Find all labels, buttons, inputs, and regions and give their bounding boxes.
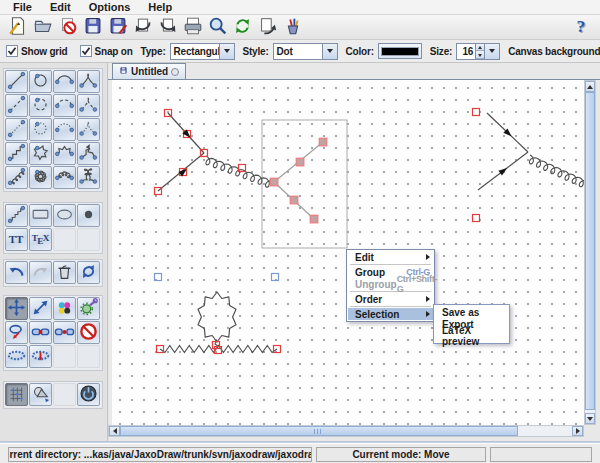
tool-latex-text-button[interactable]: TEX [29,228,52,251]
tool-refresh-canvas-button[interactable] [77,261,100,284]
chevron-down-icon[interactable] [219,44,234,59]
tool-forbid-button[interactable] [77,321,100,344]
tool-fermion-bezier-button[interactable] [77,70,100,93]
submenu-item-latex-preview[interactable]: LaTeX preview [435,330,508,342]
snap-on-checkbox[interactable]: Snap on [80,45,133,57]
tool-wiggly-line-button[interactable] [5,204,28,227]
tool-grid-onoff-button[interactable] [5,383,28,406]
move-icon [6,297,27,320]
style-combobox[interactable]: Dot [273,43,338,60]
tool-gluon-bezier-button[interactable] [77,166,100,189]
export-button[interactable] [155,15,180,39]
tool-redo-button[interactable] [29,261,52,284]
latex-button[interactable] [280,15,305,39]
type-combobox[interactable]: Rectangular [170,43,235,60]
scroll-down-button[interactable] [585,413,595,424]
horizontal-scrollbar-thumb[interactable] [120,426,518,436]
tool-move-button[interactable] [5,297,28,320]
import-button[interactable] [130,15,155,39]
scroll-left-button[interactable] [109,426,120,436]
tool-background-button[interactable] [29,345,52,368]
file-toolbar: ?? [0,15,600,40]
tool-preview-mode-button[interactable] [29,383,52,406]
tool-ghost-line-button[interactable] [5,118,28,141]
preview-button[interactable] [205,15,230,39]
vertical-scrollbar-thumb[interactable] [585,92,595,410]
tool-undo-button[interactable] [5,261,28,284]
context-item-selection[interactable]: Selection [348,308,433,320]
tab-close-icon[interactable] [171,68,179,76]
text-icon: TT [6,228,27,251]
tool-gluon-loop-button[interactable] [29,166,52,189]
menu-options[interactable]: Options [80,0,140,14]
tool-ghost-loop-button[interactable] [29,118,52,141]
chevron-down-icon[interactable] [322,44,337,59]
menu-help[interactable]: Help [139,0,181,14]
background-icon [30,345,51,368]
scroll-right-button[interactable] [572,426,583,436]
help-button[interactable]: ?? [568,15,593,39]
fermion-line-icon [6,70,27,93]
new-button[interactable] [5,15,30,39]
photon-arc-icon [54,142,75,165]
refresh-button[interactable] [230,15,255,39]
tool-photon-loop-button[interactable] [29,142,52,165]
tool-scalar-arc-button[interactable] [53,94,76,117]
tool-group-button[interactable] [29,321,52,344]
tool-ghost-bezier-button[interactable] [77,118,100,141]
canvas-area: Untitled EditGroupCtrl-GUngroupCtrl+Shif… [108,63,600,441]
vertical-scrollbar[interactable] [584,80,596,425]
horizontal-scrollbar[interactable] [108,425,584,437]
tool-edit-object-button[interactable] [77,297,100,320]
tool-gluon-arc-button[interactable] [53,166,76,189]
context-item-ungroup[interactable]: UngroupCtrl+Shift-G [348,278,433,290]
save-icon [82,15,104,39]
tool-photon-line-button[interactable] [5,142,28,165]
print-button[interactable] [180,15,205,39]
menu-edit[interactable]: Edit [41,0,80,14]
tool-text-button[interactable]: TT [5,228,28,251]
tool-ghost-arc-button[interactable] [53,118,76,141]
tool-rotate-button[interactable] [29,297,52,320]
submenu-item-save-as[interactable]: Save as [435,306,508,318]
tool-fermion-line-button[interactable] [5,70,28,93]
scalar-line-icon [6,94,27,117]
gluon-line-icon [6,166,27,189]
tool-ungroup-button[interactable] [53,321,76,344]
tool-quit-button[interactable] [77,383,100,406]
convert-button[interactable] [255,15,280,39]
tool-group-3 [3,259,103,287]
size-spinner[interactable]: 16 [456,43,500,60]
save-button[interactable] [80,15,105,39]
close-button[interactable] [55,15,80,39]
scroll-up-button[interactable] [585,81,595,92]
open-button[interactable] [30,15,55,39]
context-item-edit[interactable]: Edit [348,251,433,263]
edit-object-icon [78,297,99,320]
submenu-arrow-icon [426,254,430,260]
tool-photon-arc-button[interactable] [53,142,76,165]
tool-color-chooser-button[interactable] [53,297,76,320]
save-as-button[interactable] [105,15,130,39]
tool-scalar-loop-button[interactable] [29,94,52,117]
tool-gluon-line-button[interactable] [5,166,28,189]
tool-delete-button[interactable] [53,261,76,284]
tool-box-button[interactable] [29,204,52,227]
tool-vertex-dot-button[interactable] [77,204,100,227]
tool-scalar-line-button[interactable] [5,94,28,117]
submenu-arrow-icon [426,296,430,302]
tool-fermion-loop-button[interactable] [29,70,52,93]
context-item-order[interactable]: Order [348,293,433,305]
tab-untitled[interactable]: Untitled [112,63,186,79]
tool-photon-bezier-button[interactable] [77,142,100,165]
tool-foreground-button[interactable] [5,345,28,368]
tool-blob-button[interactable] [53,204,76,227]
chevron-down-icon[interactable] [484,44,499,59]
spinner-arrows[interactable] [475,44,484,59]
tool-duplicate-button[interactable] [5,321,28,344]
show-grid-checkbox[interactable]: Show grid [6,45,68,57]
menu-file[interactable]: File [4,0,41,14]
tool-scalar-bezier-button[interactable] [77,94,100,117]
tool-fermion-arc-button[interactable] [53,70,76,93]
color-button[interactable] [378,43,422,59]
